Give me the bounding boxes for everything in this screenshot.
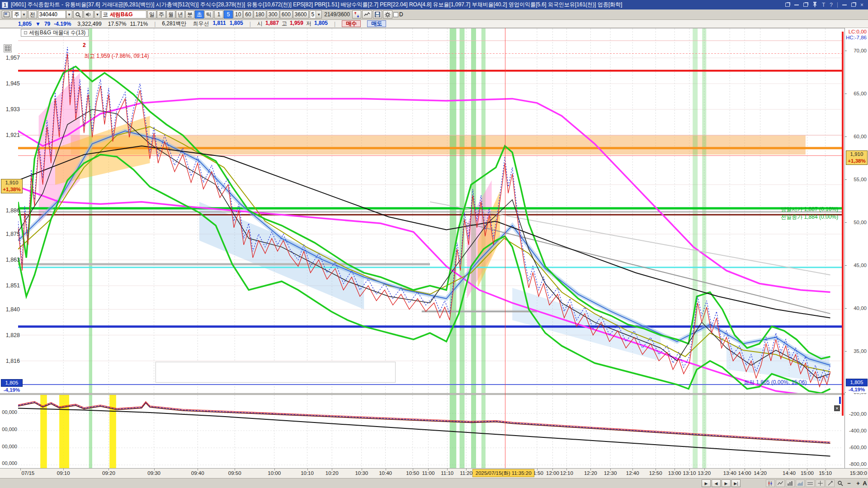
indicator-axis-label: -400,00 [849,428,867,433]
interval-60-button[interactable]: 60 [243,10,253,19]
jeon-button[interactable]: 전 [28,10,37,19]
stock-code-input[interactable] [38,10,66,19]
period-분-button[interactable]: 분 [185,10,194,19]
d-checkbox[interactable] [393,12,398,17]
hc-label: HC:-7,86 [846,35,867,40]
signal-vbar [89,395,92,468]
minimize-window-icon[interactable] [842,4,847,5]
price-axis-label: 1,851 [5,282,20,289]
lower-edge-marker [839,397,841,404]
open-label: 시 [257,20,263,28]
chart-nav-button-3[interactable]: ▶| [731,479,741,487]
chart-nav-button-2[interactable]: ▶ [722,479,731,487]
code-dropdown-icon[interactable]: ▼ [66,10,72,19]
help-icon[interactable]: ? [830,2,833,8]
app-titlebar[interactable]: 1 [0601] 주식종합차트 - 유통비율[37.6] 거래대금[6,281(… [0,0,868,9]
period-초-button[interactable]: 초 [195,10,204,19]
candle-chart-icon[interactable] [766,479,775,487]
zoom-search-icon[interactable] [835,479,844,487]
auto-scale-button[interactable]: A [860,479,868,487]
gear-icon[interactable] [383,10,392,19]
price-axis-label: 1,875 [5,231,20,237]
indicator-axis-label: -800,00 [849,461,867,467]
interval-600-button[interactable]: 600 [280,10,292,19]
chart-nav-button-1[interactable]: ◀ [712,479,721,487]
zoom-out-button[interactable]: − [844,479,854,487]
interval-3600-button[interactable]: 3600 [293,10,309,19]
time-axis[interactable]: 2025/07/15(화) 11:35:20 15:30:0 07/1509:1… [0,468,868,478]
period-일-button[interactable]: 일 [147,10,156,19]
line-chart-icon[interactable] [362,10,372,19]
band-fill [199,202,364,310]
bottom-toolbar: ▶◀▶▶| − + A [0,478,868,488]
period-년-button[interactable]: 년 [176,10,185,19]
best-quote-label: 최우선 [193,20,209,28]
period-주-button[interactable]: 주 [157,10,166,19]
search-icon[interactable] [73,10,83,19]
stock-name-field[interactable]: 코 세림B&G [101,10,146,19]
bar-count-label: 2149/3600 [323,11,351,18]
right-axis-label: 55,00 [854,177,867,182]
crosshair-tool-icon[interactable] [816,479,825,487]
restore-icon[interactable] [785,3,790,7]
updown-arrows-icon[interactable] [352,10,361,19]
indicator-axis-label: 00,000 [1,460,17,466]
chart-nav-button-0[interactable]: ▶ [702,479,711,487]
text-tool-icon[interactable]: T [822,2,825,8]
axis-tick [845,351,847,352]
high-label: 고 [282,20,287,28]
restore-window-icon[interactable] [851,3,856,7]
time-label: 15:10 [819,470,832,476]
price-axis-label: 1,863 [5,257,20,263]
bar-mode-icon[interactable] [786,479,795,487]
interval-1-button[interactable]: 1 [214,10,223,19]
compare-mode-icon[interactable] [806,479,815,487]
price-chart-canvas[interactable] [18,28,842,393]
count-dropdown[interactable]: 5▼ [310,10,322,19]
duplicate-window-icon[interactable] [803,3,808,7]
speaker-dropdown-icon[interactable]: ▼ [94,10,100,19]
time-label: 10:10 [301,470,314,476]
save-icon[interactable] [373,10,382,19]
time-label: 09:50 [228,470,241,476]
area-mode-icon[interactable] [796,479,805,487]
marker-pct: +1,38% [846,158,867,164]
speaker-icon[interactable] [84,10,94,19]
period-월-button[interactable]: 월 [166,10,175,19]
price-axis-right[interactable]: LC:0,00 HC:-7,86 70,0065,0060,0055,0050,… [844,28,868,468]
d-checkbox-label: D [399,11,403,18]
interval-300-button[interactable]: 300 [267,10,279,19]
indicator-canvas[interactable] [18,395,842,468]
sell-button[interactable]: 매도 [367,20,386,27]
interval-5-button[interactable]: 5 [224,10,233,19]
draw-tool-icon[interactable] [826,479,835,487]
last-price-marker-right: 1,805 -4,19% [846,379,868,393]
line-mode-icon[interactable] [776,479,785,487]
current-price-marker-right: 1,910 +1,38% [846,150,868,165]
interval-group: 1510601803006003600 [214,10,309,19]
window-layout-button[interactable] [2,10,11,19]
series-black [18,408,830,456]
axis-tick [845,222,847,223]
grid-tool-icon[interactable] [4,44,12,52]
lower-indicator-chart[interactable]: ✕ 00,00000,00000,00000,000 [0,395,844,468]
down-arrow-icon: ▼ [35,21,41,27]
signal-vbar [702,395,706,468]
asset-type-dropdown[interactable]: 주▼ [12,10,27,19]
chart-legend[interactable]: 세림B&G 매물대 수(13) [21,29,89,37]
main-price-chart[interactable]: 세림B&G 매물대 수(13) 2 최고 1,959 (-7.86%, 09:1… [0,28,844,393]
buy-button[interactable]: 매수 [342,20,361,27]
series-maroon [18,403,830,443]
right-axis-label: 70,00 [854,48,867,53]
interval-180-button[interactable]: 180 [254,10,266,19]
time-label: 14:00 [738,470,751,476]
day-low-annotation: 최저 1,805 (0.00%, 15:06) [744,379,807,386]
close-panel-icon[interactable]: ✕ [834,405,840,411]
period-틱-button[interactable]: 틱 [204,10,213,19]
minimize-icon[interactable] [794,4,799,5]
float-pct: 11.71% [130,21,148,27]
interval-10-button[interactable]: 10 [233,10,243,19]
close-icon[interactable]: × [860,2,863,8]
pin-icon[interactable] [812,1,817,9]
signal-vbar [471,395,476,468]
